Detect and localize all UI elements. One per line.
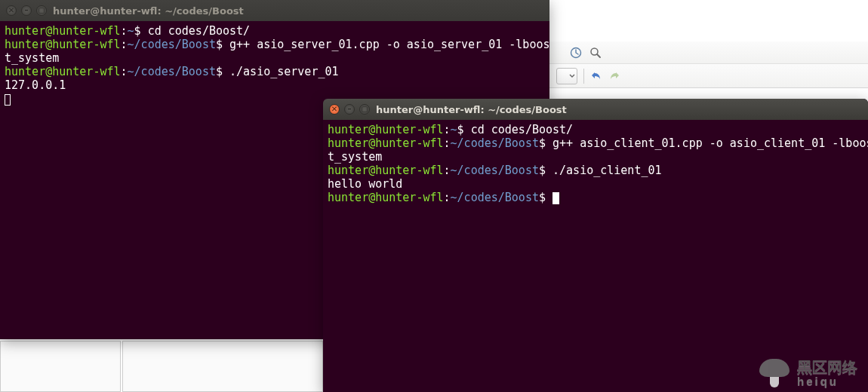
background-toolbar-1 xyxy=(547,41,868,64)
command-wrap: t_system xyxy=(5,51,59,65)
close-button[interactable]: ✕ xyxy=(6,5,17,16)
output-line: hello world xyxy=(328,177,402,191)
magnifier-icon[interactable] xyxy=(589,47,602,59)
output-line: 127.0.0.1 xyxy=(5,78,66,92)
titlebar[interactable]: ✕ – ▢ hunter@hunter-wfl: ~/codes/Boost xyxy=(0,0,549,21)
minimize-button[interactable]: – xyxy=(21,5,32,16)
command-text: cd codes/Boost/ xyxy=(471,123,573,136)
separator xyxy=(583,69,584,84)
cursor xyxy=(5,94,11,106)
terminal-window-client[interactable]: ✕ – ▢ hunter@hunter-wfl: ~/codes/Boost h… xyxy=(323,99,868,392)
prompt-path: ~ xyxy=(128,24,134,38)
svg-line-2 xyxy=(597,54,600,57)
window-title: hunter@hunter-wfl: ~/codes/Boost xyxy=(53,5,244,17)
background-panel-left xyxy=(0,341,121,392)
maximize-button[interactable]: ▢ xyxy=(359,104,370,115)
terminal-body[interactable]: hunter@hunter-wfl:~$ cd codes/Boost/ hun… xyxy=(323,120,868,392)
prompt-user: hunter@hunter-wfl xyxy=(5,24,121,38)
chevron-down-icon xyxy=(569,73,575,79)
prompt-path: ~ xyxy=(451,123,457,136)
undo-icon[interactable] xyxy=(590,70,602,82)
maximize-button[interactable]: ▢ xyxy=(36,5,47,16)
titlebar[interactable]: ✕ – ▢ hunter@hunter-wfl: ~/codes/Boost xyxy=(323,99,868,120)
command-wrap: t_system xyxy=(328,150,382,164)
window-title: hunter@hunter-wfl: ~/codes/Boost xyxy=(376,104,567,115)
close-button[interactable]: ✕ xyxy=(329,104,340,115)
redo-icon[interactable] xyxy=(608,70,620,82)
background-toolbar-2 xyxy=(547,64,868,88)
command-text: cd codes/Boost/ xyxy=(148,24,250,38)
minimize-button[interactable]: – xyxy=(344,104,355,115)
clock-icon[interactable] xyxy=(570,47,582,59)
prompt-user: hunter@hunter-wfl xyxy=(328,123,444,136)
cursor xyxy=(553,192,559,204)
background-panel-right xyxy=(122,341,323,392)
toolbar-combo[interactable] xyxy=(556,68,577,84)
